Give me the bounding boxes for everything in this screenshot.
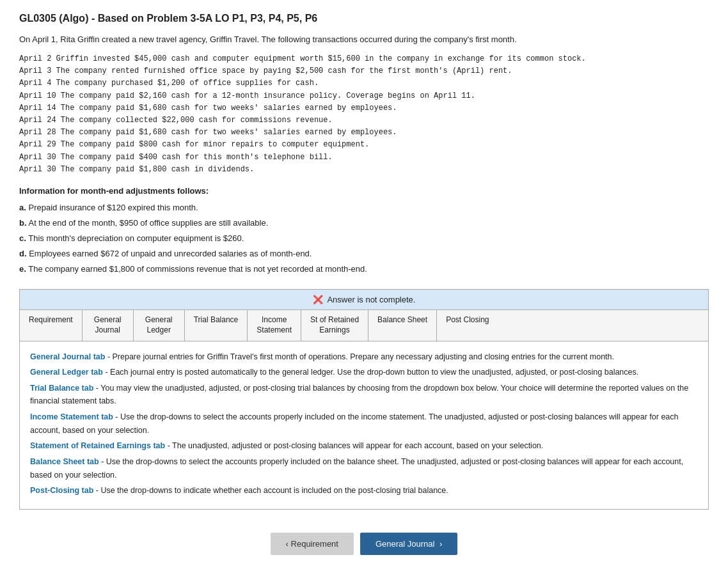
transaction-item: April 30 The company paid $400 cash for … bbox=[19, 152, 709, 164]
adjustments-block: a. Prepaid insurance of $120 expired thi… bbox=[19, 201, 709, 276]
transaction-item: April 24 The company collected $22,000 c… bbox=[19, 114, 709, 127]
next-button[interactable]: General Journal › bbox=[360, 533, 457, 555]
tab-description: General Journal tab - Prepare journal en… bbox=[30, 350, 698, 364]
tab-description-link[interactable]: General Ledger tab bbox=[30, 368, 103, 377]
page-title: GL0305 (Algo) - Based on Problem 3-5A LO… bbox=[19, 13, 709, 24]
tab-general-ledger[interactable]: General Ledger bbox=[134, 310, 185, 340]
tab-balance-sheet[interactable]: Balance Sheet bbox=[368, 310, 437, 340]
tab-description: Trial Balance tab - You may view the una… bbox=[30, 382, 698, 408]
tab-st-retained-earnings[interactable]: St of Retained Earnings bbox=[301, 310, 368, 340]
answer-status-header: ❌ Answer is not complete. bbox=[20, 290, 708, 310]
description-area: General Journal tab - Prepare journal en… bbox=[20, 341, 708, 509]
chevron-left-icon: ‹ bbox=[286, 539, 289, 549]
tab-requirement[interactable]: Requirement bbox=[20, 310, 83, 340]
adjustments-title: Information for month-end adjustments fo… bbox=[19, 186, 709, 196]
chevron-right-icon: › bbox=[439, 539, 442, 549]
tabs-row: RequirementGeneral JournalGeneral Ledger… bbox=[20, 310, 708, 341]
prev-button[interactable]: ‹ Requirement bbox=[271, 533, 354, 555]
tab-description-link[interactable]: Trial Balance tab bbox=[30, 384, 93, 393]
error-icon: ❌ bbox=[313, 295, 323, 304]
answer-box: ❌ Answer is not complete. RequirementGen… bbox=[19, 289, 709, 509]
intro-text: On April 1, Rita Griffin created a new t… bbox=[19, 35, 709, 44]
transaction-item: April 28 The company paid $1,680 cash fo… bbox=[19, 127, 709, 139]
tab-description: Income Statement tab - Use the drop-down… bbox=[30, 411, 698, 437]
tab-description-link[interactable]: Statement of Retained Earnings tab bbox=[30, 441, 165, 450]
adjustment-item: b. At the end of the month, $950 of offi… bbox=[19, 216, 709, 230]
tab-trial-balance[interactable]: Trial Balance bbox=[185, 310, 248, 340]
answer-status-text: Answer is not complete. bbox=[327, 295, 415, 304]
transaction-item: April 29 The company paid $800 cash for … bbox=[19, 139, 709, 151]
tab-description-link[interactable]: General Journal tab bbox=[30, 352, 105, 361]
tab-description: Statement of Retained Earnings tab - The… bbox=[30, 439, 698, 453]
tab-income-statement[interactable]: Income Statement bbox=[248, 310, 301, 340]
adjustment-item: e. The company earned $1,800 of commissi… bbox=[19, 262, 709, 276]
transaction-item: April 30 The company paid $1,800 cash in… bbox=[19, 164, 709, 176]
prev-button-label: Requirement bbox=[291, 539, 338, 549]
transaction-item: April 4 The company purchased $1,200 of … bbox=[19, 77, 709, 90]
transaction-item: April 2 Griffin invested $45,000 cash an… bbox=[19, 53, 709, 65]
transaction-item: April 3 The company rented furnished off… bbox=[19, 65, 709, 77]
nav-buttons: ‹ Requirement General Journal › bbox=[19, 522, 709, 565]
tab-description: Post-Closing tab - Use the drop-downs to… bbox=[30, 484, 698, 497]
transaction-item: April 14 The company paid $1,680 cash fo… bbox=[19, 102, 709, 114]
adjustment-item: d. Employees earned $672 of unpaid and u… bbox=[19, 247, 709, 261]
tab-description-link[interactable]: Income Statement tab bbox=[30, 412, 113, 421]
tab-description-link[interactable]: Post-Closing tab bbox=[30, 486, 93, 495]
transactions-block: April 2 Griffin invested $45,000 cash an… bbox=[19, 53, 709, 176]
next-button-label: General Journal bbox=[376, 539, 435, 549]
tab-description: Balance Sheet tab - Use the drop-downs t… bbox=[30, 455, 698, 481]
tab-description: General Ledger tab - Each journal entry … bbox=[30, 366, 698, 379]
tab-post-closing[interactable]: Post Closing bbox=[437, 310, 498, 340]
adjustment-item: c. This month's depreciation on computer… bbox=[19, 231, 709, 246]
tab-description-link[interactable]: Balance Sheet tab bbox=[30, 457, 99, 466]
tab-general-journal[interactable]: General Journal bbox=[83, 310, 134, 340]
transaction-item: April 10 The company paid $2,160 cash fo… bbox=[19, 90, 709, 102]
adjustment-item: a. Prepaid insurance of $120 expired thi… bbox=[19, 201, 709, 215]
